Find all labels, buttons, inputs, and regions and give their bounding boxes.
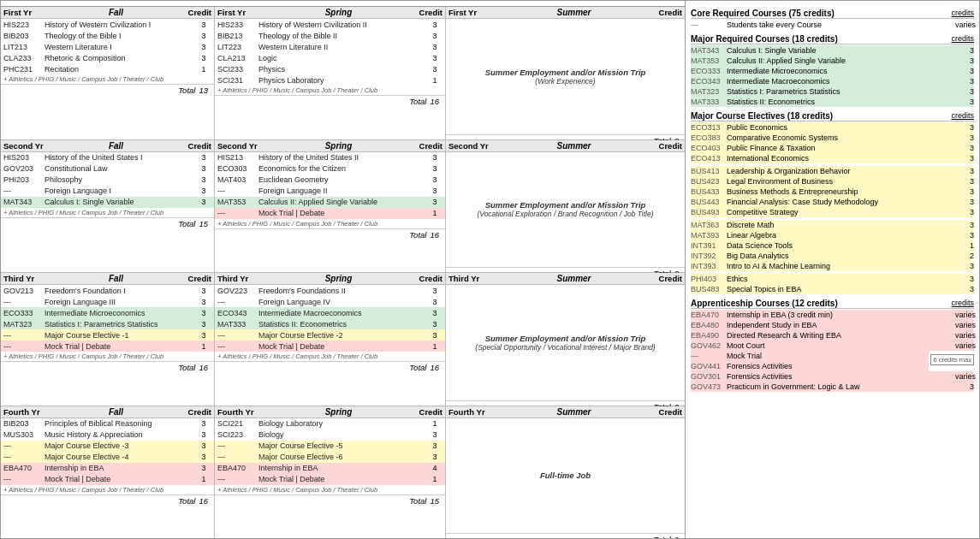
rp-course-row: MAT353Calculus II: Applied Single Variab…: [691, 56, 974, 66]
course-code: BIB213: [217, 32, 258, 40]
rp-code: ECO313: [691, 123, 727, 132]
course-credit: 3: [427, 164, 442, 173]
course-name: Economics for the Citizen: [258, 164, 427, 173]
summer-title: Summer Employment and/or Mission Trip: [485, 334, 646, 343]
rp-course-row: MAT323Statistics I: Parametrics Statisti…: [691, 86, 974, 97]
section-name: Apprenticeship Courses (12 credits): [691, 299, 838, 308]
course-name: Theology of the Bible I: [45, 32, 196, 40]
course-row: MUS303Music History & Appreciation3: [1, 429, 214, 441]
fall-label: Fall: [50, 8, 181, 17]
course-row: ---Mock Trial | Debate1: [215, 474, 445, 485]
rp-credit: 3: [955, 56, 974, 65]
rp-credit: 3: [955, 144, 974, 152]
rp-course-row: EBA490Directed Research & Writing EBAvar…: [691, 330, 974, 341]
rp-code: ECO413: [691, 154, 727, 163]
course-code: ---: [3, 187, 45, 195]
course-code: ECO303: [217, 164, 258, 173]
course-row: MAT343Calculus I: Single Variable3: [1, 197, 214, 208]
year-label: Second Yr: [217, 141, 264, 151]
course-code: EBA470: [3, 464, 45, 472]
course-row: ---Major Course Elective -23: [215, 329, 445, 341]
rp-course-row: ECO313Public Economics3: [691, 122, 974, 133]
credits-header: credits: [951, 34, 974, 44]
summer-label: Summer: [496, 274, 652, 283]
course-credit: 1: [427, 419, 442, 428]
rp-name: Statistics I: Parametrics Statistics: [727, 87, 955, 96]
rp-code: EBA490: [691, 331, 727, 340]
activities-row: + Athletics / PHIG / Music / Campus Job …: [1, 485, 214, 495]
course-credit: 3: [196, 430, 211, 439]
year-label: First Yr: [3, 8, 50, 17]
rp-name: Data Science Tools: [727, 241, 955, 250]
course-name: Physics Laboratory: [258, 76, 427, 85]
course-credit: 3: [196, 309, 211, 317]
course-row: ---Mock Trial | Debate1: [215, 341, 445, 352]
course-credit: 3: [196, 54, 211, 62]
rp-code: MAT363: [691, 221, 727, 229]
course-credit: 3: [196, 320, 211, 329]
rp-course-row: ---Students take every Coursevaries: [691, 20, 974, 30]
rp-code: MAT393: [691, 231, 727, 240]
summer-subtitle: (Special Opportunity / Vocational Intere…: [475, 343, 655, 352]
rp-credit: 3: [955, 275, 974, 283]
credits-header: credits: [951, 299, 974, 308]
course-credit: 3: [196, 32, 211, 40]
rp-name: Leadership & Organization Behavior: [727, 167, 955, 175]
year-label: Second Yr: [3, 141, 50, 151]
course-row: ---Mock Trial | Debate1: [1, 474, 214, 485]
fall-label: Fall: [50, 141, 181, 151]
total-label: Total: [178, 86, 195, 95]
total-row: Total16: [1, 495, 214, 506]
course-name: Major Course Elective -5: [258, 441, 427, 450]
rp-course-row: ECO413International Economics3: [691, 153, 974, 163]
course-name: Physics: [258, 65, 427, 74]
rp-name: Public Finance & Taxation: [727, 144, 955, 152]
rp-course-row: BUS423Legal Environment of Business3: [691, 176, 974, 187]
course-credit: 1: [427, 209, 442, 217]
course-credit: 3: [196, 298, 211, 306]
rp-name: Mock Trial: [727, 352, 929, 360]
course-credit: 3: [196, 198, 211, 206]
year-row-4: Fourth YrFallCreditBIB203Principles of B…: [1, 406, 685, 539]
rp-course-row: INT391Data Science Tools1: [691, 240, 974, 251]
rp-code: INT392: [691, 252, 727, 260]
course-credit: 3: [427, 309, 442, 317]
rp-code: ---: [691, 352, 727, 360]
course-credit: 3: [427, 187, 442, 195]
course-name: Calculus I: Single Variable: [45, 198, 196, 206]
total-value: 16: [430, 97, 439, 106]
rp-name: Discrete Math: [727, 221, 955, 229]
rp-code: GOV473: [691, 382, 727, 391]
course-row: LIT223Western Literature II3: [215, 41, 445, 52]
course-code: GOV203: [3, 164, 45, 173]
rp-name: Financial Analysis: Case Study Methodolo…: [727, 198, 955, 206]
course-code: BIB203: [3, 32, 45, 40]
rp-code: ---: [691, 21, 727, 29]
course-code: HIS213: [217, 153, 258, 162]
course-code: ---: [217, 331, 258, 340]
rp-name: Public Economics: [727, 123, 955, 132]
course-code: GOV223: [217, 287, 258, 295]
course-name: Mock Trial | Debate: [258, 342, 427, 351]
total-value: 16: [199, 496, 208, 506]
rp-code: EBA470: [691, 311, 727, 319]
rp-course-row: BUS483Special Topics in EBA3: [691, 284, 974, 294]
rp-name: Legal Environment of Business: [727, 177, 955, 186]
year-row-1: First YrFallCreditHIS223History of Weste…: [1, 7, 685, 140]
rp-name: Directed Research & Writing EBA: [727, 331, 955, 340]
spring-label: Spring: [264, 8, 413, 17]
rp-code: MAT353: [691, 56, 727, 65]
activities-row: + Athletics / PHIG / Music / Campus Job …: [215, 485, 445, 495]
rp-code: MAT343: [691, 46, 727, 55]
total-row: Total13: [1, 84, 214, 96]
course-row: MAT403Euclidean Geometry3: [215, 175, 445, 186]
rp-course-row: MAT363Discrete Math3: [691, 220, 974, 230]
rp-name: Practicum in Government: Logic & Law: [727, 382, 955, 391]
course-name: Statistics II: Econometrics: [258, 320, 427, 329]
total-row: Total15: [215, 495, 445, 506]
course-row: PHI203Philosophy3: [1, 175, 214, 186]
rp-course-row: MAT333Statistics II: Econometrics3: [691, 97, 974, 107]
course-row: ---Mock Trial | Debate1: [215, 208, 445, 219]
course-row: MAT353Calculus II: Applied Single Variab…: [215, 197, 445, 208]
course-name: Major Course Elective -2: [258, 331, 427, 340]
